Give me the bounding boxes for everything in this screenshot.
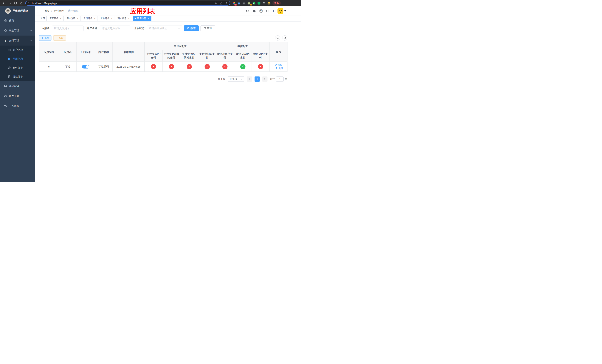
cell-alipay-pc: × <box>162 62 180 72</box>
site-info-icon[interactable] <box>28 2 31 5</box>
export-button[interactable]: 导出 <box>53 35 66 41</box>
toggle-search-button[interactable] <box>275 35 280 41</box>
status-cross-icon: × <box>151 64 156 69</box>
sidebar: 芋道管理系统 首页 系统管理 ¥ 支付管理 商户信息 应用信息 支付订单 退款订… <box>0 6 35 182</box>
toolbox-icon <box>4 95 7 97</box>
cell-merchant: 芋道源码 <box>95 62 113 72</box>
cell-status <box>77 62 95 72</box>
col-alipay-pc: 支付宝 PC 网站支付 <box>162 50 180 62</box>
back-icon[interactable] <box>2 1 6 5</box>
sidebar-item-merchant-info[interactable]: 商户信息 <box>0 45 35 54</box>
close-icon[interactable]: × <box>147 17 150 20</box>
merchant-name-label: 商户名称 <box>87 27 97 30</box>
sidebar-toggle-icon[interactable] <box>38 9 42 13</box>
breadcrumb-home[interactable]: 首页 <box>44 9 50 13</box>
wallet-icon <box>8 49 11 52</box>
browser-menu-icon[interactable]: ⋮ <box>282 1 285 5</box>
cell-alipay-qr: × <box>198 62 216 72</box>
breadcrumb-payment[interactable]: 支付管理 <box>54 9 64 13</box>
reset-button[interactable]: 重置 <box>201 25 215 31</box>
user-menu[interactable] <box>278 8 286 14</box>
sidebar-item-infrastructure[interactable]: 基础设施 <box>0 81 35 91</box>
close-icon[interactable]: × <box>59 17 62 20</box>
download-icon <box>56 37 58 39</box>
goto-page-input[interactable] <box>276 76 284 82</box>
status-cross-icon: × <box>222 64 227 69</box>
fullscreen-icon[interactable] <box>266 9 269 13</box>
sidebar-item-refund-order[interactable]: 退款订单 <box>0 72 35 81</box>
help-icon[interactable]: ? <box>259 9 263 13</box>
monitor-icon <box>4 85 7 87</box>
current-page-button[interactable]: 1 <box>255 76 260 82</box>
tab-home[interactable]: 首页 <box>39 16 47 21</box>
password-key-icon[interactable] <box>215 2 217 5</box>
tab-pay-order[interactable]: 支付订单× <box>82 16 98 21</box>
top-navbar: 首页 / 支付管理 / 应用信息 应用列表 ? T <box>35 6 301 16</box>
merchant-name-input[interactable] <box>100 26 130 31</box>
add-button[interactable]: 新增 <box>39 35 52 41</box>
trash-icon <box>275 67 278 69</box>
sidebar-item-pay-order[interactable]: 支付订单 <box>0 63 35 72</box>
cell-wx-app: × <box>252 62 269 72</box>
edit-link[interactable]: 修改 <box>275 63 282 66</box>
chevron-right-icon <box>264 78 266 80</box>
close-icon[interactable]: × <box>94 17 96 20</box>
close-icon[interactable]: × <box>128 17 130 20</box>
github-icon[interactable] <box>252 9 256 13</box>
url-text[interactable]: localhost:1024/pay/app <box>32 2 57 5</box>
tab-label: 应用信息 <box>137 17 146 20</box>
search-icon[interactable] <box>246 9 249 13</box>
close-icon[interactable]: × <box>110 17 113 20</box>
sidebar-item-app-info[interactable]: 应用信息 <box>0 54 35 63</box>
tab-label: 商户信息 <box>118 17 127 20</box>
chevron-down-icon <box>30 30 32 32</box>
main-area: 首页 / 支付管理 / 应用信息 应用列表 ? T 首页 流程表单× 用户分组×… <box>35 6 301 182</box>
pin-extension-icon[interactable] <box>262 1 266 5</box>
sidebar-item-dev-tools[interactable]: 研发工具 <box>0 91 35 101</box>
tab-app-info[interactable]: 应用信息× <box>133 16 151 21</box>
delete-link[interactable]: 删除 <box>275 67 283 70</box>
avatar-extension-icon[interactable]: 1 <box>247 1 251 5</box>
chrome-update-button[interactable]: 更新 <box>272 1 281 6</box>
bookmark-star-icon[interactable] <box>225 2 228 5</box>
tab-process-form[interactable]: 流程表单× <box>48 16 64 21</box>
refresh-table-button[interactable] <box>282 35 287 41</box>
green-check-extension-icon[interactable] <box>252 1 256 5</box>
prev-page-button[interactable] <box>247 76 252 82</box>
home-icon[interactable] <box>20 1 23 5</box>
status-select-placeholder: 请选择开启状态 <box>149 27 167 30</box>
forward-icon[interactable] <box>8 1 11 5</box>
col-alipay-qr: 支付宝扫码支付 <box>198 50 216 62</box>
status-toggle[interactable] <box>82 65 89 68</box>
tab-refund-order[interactable]: 退款订单× <box>99 16 115 21</box>
sidebar-item-workflow[interactable]: 工作流程 <box>0 101 35 111</box>
address-bar[interactable]: localhost:1024/pay/app <box>25 1 230 6</box>
page-size-select[interactable]: 10条/页 <box>228 76 244 82</box>
page-content: 应用名 商户名称 开启状态 请选择开启状态 搜索 重置 新增 <box>35 21 301 82</box>
blue-drop-extension-icon[interactable] <box>237 1 241 5</box>
next-page-button[interactable] <box>262 76 268 82</box>
cell-alipay-app: × <box>145 62 162 72</box>
sidebar-item-payment[interactable]: ¥ 支付管理 <box>0 36 35 45</box>
refresh-icon[interactable] <box>14 1 17 5</box>
sidebar-item-home[interactable]: 首页 <box>0 16 35 26</box>
add-button-label: 新增 <box>45 36 49 40</box>
colors-grid-extension-icon[interactable]: 10 <box>232 1 236 5</box>
app-name-input[interactable] <box>52 26 84 31</box>
goto-page-group: 前往 页 <box>270 76 287 82</box>
status-select[interactable]: 请选择开启状态 <box>147 26 182 31</box>
wechat-devtools-extension-icon[interactable] <box>257 1 261 5</box>
extension-badge: 10 <box>234 4 237 6</box>
sidebar-item-label: 支付管理 <box>9 39 19 42</box>
app-logo-row[interactable]: 芋道管理系统 <box>0 6 35 16</box>
dark-globe-extension-icon[interactable] <box>242 1 246 5</box>
sidebar-item-system[interactable]: 系统管理 <box>0 26 35 36</box>
close-icon[interactable]: × <box>76 17 79 20</box>
avatar[interactable] <box>278 8 283 14</box>
share-icon[interactable] <box>220 2 223 5</box>
search-button[interactable]: 搜索 <box>184 25 199 31</box>
tab-user-group[interactable]: 用户分组× <box>65 16 81 21</box>
font-size-icon[interactable]: T <box>272 10 274 13</box>
tab-merchant-info[interactable]: 商户信息× <box>116 16 132 21</box>
emoji-extension-icon[interactable] <box>267 1 271 5</box>
